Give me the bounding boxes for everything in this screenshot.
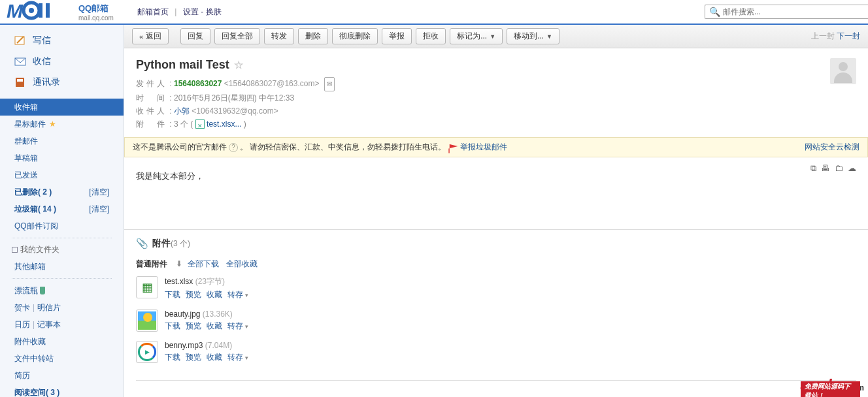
report-spam-link[interactable]: 举报垃圾邮件 (460, 142, 507, 153)
sidebar-item-attfav[interactable]: 附件收藏 (0, 333, 124, 350)
footer-line (136, 380, 856, 393)
sender-name[interactable]: 15640863027 (174, 79, 222, 88)
att-favorite[interactable]: 收藏 (207, 290, 222, 299)
attachment-name: benny.mp3 (165, 341, 203, 350)
star-icon: ★ (49, 119, 56, 129)
sidebar-item-subscribe[interactable]: QQ邮件订阅 (0, 217, 124, 234)
att-favorite[interactable]: 收藏 (207, 353, 222, 362)
plus-icon (12, 247, 18, 253)
download-all-link[interactable]: 全部下载 (188, 259, 219, 268)
sidebar-item-othermb[interactable]: 其他邮箱 (0, 258, 124, 275)
att-download[interactable]: 下载 (165, 321, 180, 330)
att-preview[interactable]: 预览 (186, 353, 201, 362)
move-to-button[interactable]: 移动到...▼ (507, 28, 559, 44)
xls-icon (195, 119, 205, 129)
logo[interactable]: M QQ邮箱 mail.qq.com (0, 1, 124, 23)
att-download[interactable]: 下载 (165, 290, 180, 299)
att-saveas[interactable]: 转存 ▾ (227, 353, 248, 362)
reply-button[interactable]: 回复 (180, 28, 210, 44)
search-input[interactable] (723, 7, 864, 16)
brand-domain: mail.qq.com (78, 14, 114, 22)
warning-bar: 这不是腾讯公司的官方邮件 ? 。 请勿轻信密保、汇款、中奖信息，勿轻易拨打陌生电… (124, 137, 868, 157)
search-icon: 🔍 (709, 7, 720, 17)
nav-skin[interactable]: 换肤 (206, 7, 222, 16)
favorite-all-link[interactable]: 全部收藏 (226, 259, 258, 268)
help-icon[interactable]: ? (229, 143, 238, 152)
cloud-icon[interactable]: ☁ (848, 163, 856, 173)
att-download[interactable]: 下载 (165, 353, 180, 362)
compose-button[interactable]: 写信 (0, 30, 124, 51)
reply-all-button[interactable]: 回复全部 (214, 28, 260, 44)
img-file-icon[interactable] (136, 310, 158, 332)
back-arrow-icon: « (139, 33, 143, 40)
att-preview[interactable]: 预览 (186, 290, 201, 299)
sidebar-item-readspace[interactable]: 阅读空间( 3 ) (0, 384, 124, 397)
forward-button[interactable]: 转发 (264, 28, 294, 44)
header: M QQ邮箱 mail.qq.com 邮箱首页 | 设置 - 换肤 🔍 (0, 0, 868, 25)
attachment-size: (7.04M) (205, 341, 232, 350)
chevron-down-icon: ▼ (546, 33, 552, 40)
paperclip-icon: 📎 (136, 238, 148, 249)
sidebar-item-sent[interactable]: 已发送 (0, 167, 124, 183)
report-button[interactable]: 举报 (382, 28, 412, 44)
sidebar-item-calendar[interactable]: 日历|记事本 (0, 316, 124, 333)
message-header: Python mail Test ☆ 发件人 : 15640863027 <15… (124, 48, 868, 137)
attachment-list: test.xlsx (23字节)下载预览收藏转存 ▾beauty.jpg (13… (136, 276, 856, 363)
recipient-name[interactable]: 小郭 (174, 106, 190, 116)
search-box[interactable]: 🔍 (705, 5, 868, 19)
att-saveas[interactable]: 转存 ▾ (227, 290, 248, 299)
nav-settings[interactable]: 设置 (183, 7, 199, 16)
toolbar: «返回 回复 回复全部 转发 删除 彻底删除 举报 拒收 标记为...▼ 移动到… (124, 25, 868, 48)
clear-deleted[interactable]: [清空] (89, 186, 109, 198)
attachment-item: benny.mp3 (7.04M)下载预览收藏转存 ▾ (136, 341, 856, 363)
sidebar: 写信 收信 通讯录 收件箱 星标邮件 ★ 群邮件 草稿箱 已发送 已删除( 2 … (0, 25, 124, 397)
clear-spam[interactable]: [清空] (89, 203, 109, 215)
delete-button[interactable]: 删除 (298, 28, 328, 44)
message-action-icons: ⧉ 🖶 🗀 ☁ (808, 163, 856, 174)
att-preview[interactable]: 预览 (186, 321, 201, 330)
flag-icon (448, 144, 458, 153)
chevron-down-icon: ▾ (245, 355, 248, 361)
folder-icon[interactable]: 🗀 (835, 163, 843, 173)
avatar[interactable] (830, 58, 856, 84)
star-toggle[interactable]: ☆ (234, 59, 243, 71)
sidebar-item-group[interactable]: 群邮件 (0, 133, 124, 150)
sidebar-item-drafts[interactable]: 草稿箱 (0, 150, 124, 167)
receive-button[interactable]: 收信 (0, 51, 124, 72)
back-button[interactable]: «返回 (132, 28, 169, 44)
sidebar-item-spam[interactable]: 垃圾箱( 14 ) [清空] (0, 200, 124, 217)
newwin-icon[interactable]: ⧉ (810, 163, 816, 173)
att-favorite[interactable]: 收藏 (207, 321, 222, 330)
sidebar-item-deleted[interactable]: 已删除( 2 ) [清空] (0, 183, 124, 200)
svg-rect-6 (17, 79, 23, 82)
nav-home[interactable]: 邮箱首页 (137, 7, 169, 16)
sidebar-item-transfer[interactable]: 文件中转站 (0, 350, 124, 367)
svg-point-2 (29, 8, 34, 13)
contacts-button[interactable]: 通讯录 (0, 72, 124, 93)
print-icon[interactable]: 🖶 (821, 163, 829, 173)
att-saveas[interactable]: 转存 ▾ (227, 321, 248, 330)
sender-address: <15640863027@163.com> (224, 79, 320, 88)
sidebar-item-inbox[interactable]: 收件箱 (0, 99, 124, 116)
sidebar-item-starred[interactable]: 星标邮件 ★ (0, 116, 124, 133)
reject-button[interactable]: 拒收 (416, 28, 446, 44)
vcard-icon[interactable]: ✉ (324, 77, 335, 91)
attachment-name: test.xlsx (165, 277, 193, 286)
delete-perm-button[interactable]: 彻底删除 (332, 28, 378, 44)
message-time: 2016年5月26日(星期四) 中午12:33 (174, 93, 294, 103)
sidebar-group-myfolders[interactable]: 我的文件夹 (0, 242, 124, 258)
bottle-icon (40, 287, 45, 294)
watermark: aspku.com 免费网站源码下载站！ (801, 376, 864, 394)
cloud-check-link[interactable]: 网站安全云检测 (805, 142, 860, 153)
attachment-hint[interactable]: test.xlsx... (207, 119, 241, 129)
attachment-size: (23字节) (195, 277, 225, 286)
mp3-file-icon[interactable] (136, 341, 158, 363)
sidebar-item-greeting[interactable]: 贺卡|明信片 (0, 299, 124, 316)
mark-as-button[interactable]: 标记为...▼ (450, 28, 503, 44)
sidebar-item-bottle[interactable]: 漂流瓶 (0, 282, 124, 299)
xls-file-icon[interactable] (136, 276, 158, 298)
compose-icon (14, 35, 26, 46)
sidebar-item-resume[interactable]: 简历 (0, 367, 124, 384)
next-mail[interactable]: 下一封 (837, 31, 860, 40)
attachment-size: (13.36K) (203, 310, 233, 319)
